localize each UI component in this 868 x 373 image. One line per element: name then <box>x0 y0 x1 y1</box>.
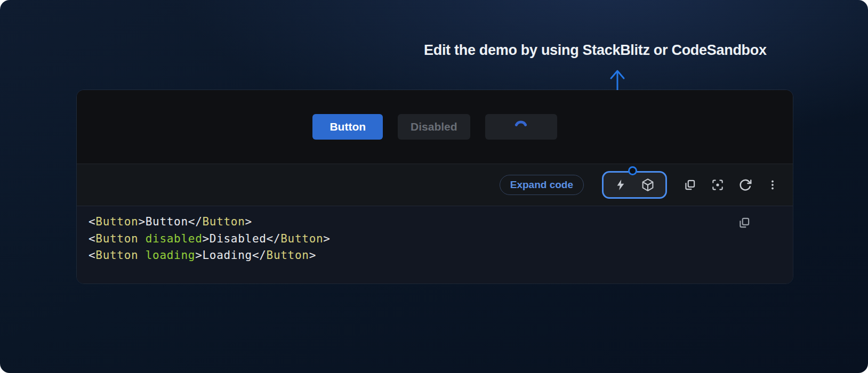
stackblitz-icon <box>614 179 627 191</box>
code-line: <Button>Button</Button> <box>89 214 777 231</box>
copy-icon <box>737 216 751 230</box>
page-background: Edit the demo by using StackBlitz or Cod… <box>0 0 868 373</box>
code-block: <Button>Button</Button><Button disabled>… <box>77 206 793 283</box>
demo-area: Button Disabled <box>77 90 793 164</box>
external-editors-group <box>602 171 667 199</box>
code-line: <Button disabled>Disabled</Button> <box>89 231 777 248</box>
refresh-demo-button[interactable] <box>738 178 752 192</box>
demo-button-disabled[interactable]: Disabled <box>398 114 470 140</box>
demo-button-primary[interactable]: Button <box>312 114 383 140</box>
copy-icon <box>683 178 697 192</box>
copy-demo-button[interactable] <box>683 178 697 192</box>
code-line: <Button loading>Loading</Button> <box>89 247 777 264</box>
demo-button-loading[interactable] <box>485 114 557 140</box>
demo-toolbar: Expand code <box>77 164 793 206</box>
codesandbox-button[interactable] <box>641 178 655 192</box>
stackblitz-button[interactable] <box>614 179 627 191</box>
annotation-text: Edit the demo by using StackBlitz or Cod… <box>424 42 767 59</box>
demo-panel: Button Disabled Expand code <box>76 90 793 284</box>
codesandbox-icon <box>641 178 655 192</box>
isolate-demo-button[interactable] <box>711 178 725 192</box>
loading-spinner-icon <box>513 119 529 135</box>
more-actions-button[interactable] <box>766 179 779 191</box>
more-vertical-icon <box>766 179 779 191</box>
copy-snippet-button[interactable] <box>737 216 751 231</box>
isolate-icon <box>711 178 725 192</box>
refresh-icon <box>738 178 752 192</box>
arrow-target-marker <box>628 166 637 175</box>
code-content: <Button>Button</Button><Button disabled>… <box>89 214 777 264</box>
expand-code-button[interactable]: Expand code <box>500 175 584 195</box>
